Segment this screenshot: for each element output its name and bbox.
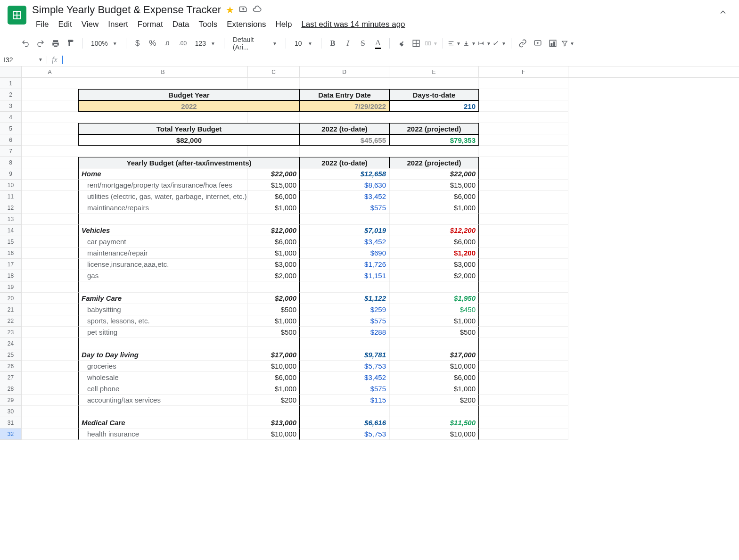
percent-icon[interactable]: % xyxy=(146,37,159,50)
cell[interactable]: $1,000 xyxy=(389,202,479,214)
row-1[interactable]: 1 xyxy=(0,78,22,89)
cell[interactable]: $10,000 xyxy=(389,428,479,440)
col-E[interactable]: E xyxy=(389,66,479,77)
cell-home-td[interactable]: $12,658 xyxy=(300,168,389,180)
cell-entrydate[interactable]: 7/29/2022 xyxy=(300,100,389,112)
cell[interactable]: $11,500 xyxy=(389,417,479,428)
wrap-icon[interactable]: ▼ xyxy=(478,37,491,50)
cell[interactable]: $6,000 xyxy=(389,236,479,247)
cell-year[interactable]: 2022 xyxy=(78,100,300,112)
col-A[interactable]: A xyxy=(22,66,78,77)
cell[interactable]: health insurance xyxy=(78,428,248,440)
row-24[interactable]: 24 xyxy=(0,338,22,349)
cell[interactable]: $2,000 xyxy=(248,293,300,304)
row-26[interactable]: 26 xyxy=(0,361,22,372)
cell[interactable]: $200 xyxy=(248,395,300,406)
cell[interactable]: $288 xyxy=(300,327,389,338)
chart-icon[interactable] xyxy=(546,37,559,50)
cell-budget-year-hdr[interactable]: Budget Year xyxy=(78,89,300,100)
cell[interactable]: $1,000 xyxy=(248,315,300,327)
link-icon[interactable] xyxy=(516,37,529,50)
cloud-icon[interactable] xyxy=(252,4,262,16)
text-color-icon[interactable]: A xyxy=(371,37,385,50)
cell[interactable]: $1,122 xyxy=(300,293,389,304)
cell[interactable]: $1,000 xyxy=(389,315,479,327)
row-32[interactable]: 32 xyxy=(0,428,22,440)
row-18[interactable]: 18 xyxy=(0,270,22,281)
cell[interactable]: $6,000 xyxy=(248,191,300,202)
star-icon[interactable]: ★ xyxy=(226,4,234,16)
italic-icon[interactable]: I xyxy=(341,37,354,50)
merge-icon[interactable]: ▼ xyxy=(425,37,438,50)
cell[interactable]: $1,200 xyxy=(389,247,479,259)
cell-home-bud[interactable]: $22,000 xyxy=(248,168,300,180)
col-B[interactable]: B xyxy=(78,66,248,77)
font-dropdown[interactable]: Default (Ari...▼ xyxy=(229,37,281,50)
cell[interactable]: $10,000 xyxy=(389,361,479,372)
row-17[interactable]: 17 xyxy=(0,259,22,270)
cell[interactable]: $5,753 xyxy=(300,428,389,440)
decrease-decimal-icon[interactable]: .0 xyxy=(161,37,174,50)
cell[interactable]: $115 xyxy=(300,395,389,406)
more-formats-dropdown[interactable]: 123▼ xyxy=(191,37,219,50)
cell-yb-todate-hdr[interactable]: 2022 (to-date) xyxy=(300,157,389,168)
menu-file[interactable]: File xyxy=(32,18,52,31)
cell[interactable]: $3,452 xyxy=(300,236,389,247)
row-11[interactable]: 11 xyxy=(0,191,22,202)
cell[interactable]: $575 xyxy=(300,383,389,395)
last-edit-link[interactable]: Last edit was 14 minutes ago xyxy=(297,18,409,31)
redo-icon[interactable] xyxy=(34,37,47,50)
row-12[interactable]: 12 xyxy=(0,202,22,214)
cell[interactable]: $3,452 xyxy=(300,191,389,202)
row-31[interactable]: 31 xyxy=(0,417,22,428)
row-14[interactable]: 14 xyxy=(0,225,22,236)
increase-decimal-icon[interactable]: .00 xyxy=(176,37,189,50)
col-C[interactable]: C xyxy=(248,66,300,77)
cell[interactable]: $6,616 xyxy=(300,417,389,428)
rotate-icon[interactable]: ▼ xyxy=(493,37,506,50)
cell[interactable]: $1,151 xyxy=(300,270,389,281)
cells[interactable]: Budget Year Data Entry Date Days-to-date… xyxy=(22,78,568,440)
cell[interactable]: $3,000 xyxy=(248,259,300,270)
cell-home[interactable]: Home xyxy=(78,168,248,180)
cell-proj-hdr[interactable]: 2022 (projected) xyxy=(389,123,479,134)
cell[interactable]: $7,019 xyxy=(300,225,389,236)
comment-icon[interactable] xyxy=(531,37,544,50)
cell[interactable]: Vehicles xyxy=(78,225,248,236)
row-21[interactable]: 21 xyxy=(0,304,22,315)
menu-extensions[interactable]: Extensions xyxy=(223,18,270,31)
cell-days-hdr[interactable]: Days-to-date xyxy=(389,89,479,100)
cell[interactable]: car payment xyxy=(78,236,248,247)
cell[interactable]: license,insurance,aaa,etc. xyxy=(78,259,248,270)
cell[interactable]: utilities (electric, gas, water, garbage… xyxy=(78,191,248,202)
cell[interactable]: $1,000 xyxy=(248,383,300,395)
select-all-corner[interactable] xyxy=(0,66,22,77)
cell-yb-hdr[interactable]: Yearly Budget (after-tax/investments) xyxy=(78,157,300,168)
cell[interactable]: $6,000 xyxy=(248,372,300,383)
cell-todate-hdr[interactable]: 2022 (to-date) xyxy=(300,123,389,134)
cell[interactable]: $8,630 xyxy=(300,180,389,191)
cell[interactable]: Family Care xyxy=(78,293,248,304)
cell[interactable]: maintinance/repairs xyxy=(78,202,248,214)
cell[interactable]: $13,000 xyxy=(248,417,300,428)
cell[interactable]: $15,000 xyxy=(248,180,300,191)
currency-icon[interactable]: $ xyxy=(131,37,144,50)
cell[interactable]: $2,000 xyxy=(248,270,300,281)
cell-home-pj[interactable]: $22,000 xyxy=(389,168,479,180)
cell[interactable]: $575 xyxy=(300,202,389,214)
cell[interactable]: $17,000 xyxy=(389,349,479,361)
cell[interactable]: $500 xyxy=(248,327,300,338)
cell[interactable]: $3,000 xyxy=(389,259,479,270)
cell[interactable]: sports, lessons, etc. xyxy=(78,315,248,327)
cell[interactable]: Medical Care xyxy=(78,417,248,428)
row-13[interactable]: 13 xyxy=(0,214,22,225)
cell[interactable]: babysitting xyxy=(78,304,248,315)
row-8[interactable]: 8 xyxy=(0,157,22,168)
row-23[interactable]: 23 xyxy=(0,327,22,338)
collapse-icon[interactable] xyxy=(714,4,731,23)
cell[interactable]: $1,000 xyxy=(248,247,300,259)
row-2[interactable]: 2 xyxy=(0,89,22,100)
cell[interactable]: $1,000 xyxy=(389,383,479,395)
cell[interactable]: $2,000 xyxy=(389,270,479,281)
print-icon[interactable] xyxy=(49,37,62,50)
